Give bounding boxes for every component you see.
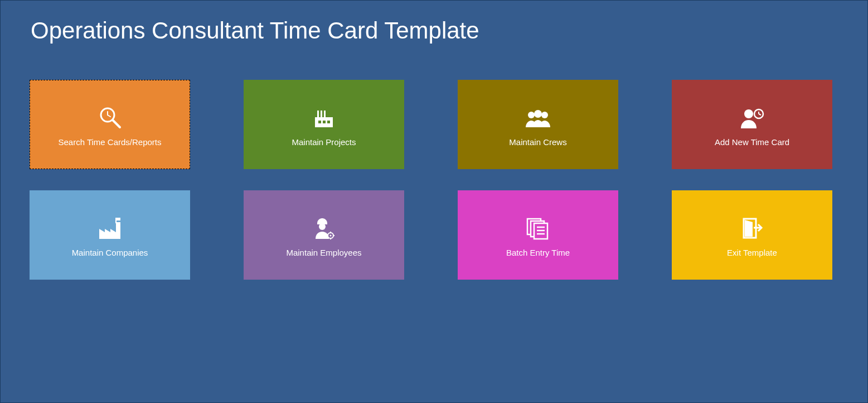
svg-line-3 — [108, 115, 110, 117]
page-title: Operations Consultant Time Card Template — [31, 17, 479, 44]
tile-grid: Search Time Cards/Reports Maintain Proje… — [30, 80, 832, 280]
factory-flag-icon — [96, 213, 124, 240]
tile-maintain-employees[interactable]: Maintain Employees — [244, 190, 404, 280]
tile-exit-template[interactable]: Exit Template — [672, 190, 832, 280]
svg-point-13 — [541, 112, 548, 118]
tile-label: Search Time Cards/Reports — [58, 137, 161, 147]
tile-maintain-projects[interactable]: Maintain Projects — [244, 80, 404, 169]
exit-icon — [740, 213, 764, 240]
crew-icon — [523, 103, 552, 129]
svg-point-22 — [330, 234, 332, 236]
svg-marker-34 — [745, 220, 753, 237]
svg-rect-5 — [317, 111, 319, 117]
tile-label: Exit Template — [727, 248, 777, 257]
tile-label: Batch Entry Time — [506, 248, 570, 257]
tile-label: Add New Time Card — [715, 137, 789, 147]
tile-label: Maintain Crews — [509, 137, 566, 147]
tile-label: Maintain Employees — [286, 248, 361, 257]
svg-rect-6 — [321, 111, 322, 117]
tile-maintain-crews[interactable]: Maintain Crews — [458, 80, 618, 169]
svg-rect-18 — [116, 218, 120, 220]
svg-point-20 — [319, 223, 326, 230]
svg-point-11 — [528, 112, 535, 118]
documents-icon — [525, 213, 551, 240]
tile-label: Maintain Companies — [72, 248, 148, 257]
tile-label: Maintain Projects — [292, 137, 356, 147]
svg-rect-10 — [327, 121, 330, 123]
tile-maintain-companies[interactable]: Maintain Companies — [30, 190, 190, 280]
svg-point-12 — [534, 110, 542, 118]
person-clock-icon — [739, 103, 765, 129]
svg-line-1 — [113, 120, 120, 127]
factory-icon — [312, 103, 336, 129]
svg-point-14 — [744, 109, 753, 118]
svg-rect-8 — [318, 121, 321, 123]
tile-search-time-cards[interactable]: Search Time Cards/Reports — [30, 80, 190, 169]
search-clock-icon — [98, 103, 122, 129]
tile-batch-entry-time[interactable]: Batch Entry Time — [458, 190, 618, 280]
svg-rect-9 — [323, 121, 326, 123]
worker-gear-icon — [312, 213, 336, 240]
tile-add-new-time-card[interactable]: Add New Time Card — [672, 80, 832, 169]
svg-rect-7 — [324, 111, 326, 117]
